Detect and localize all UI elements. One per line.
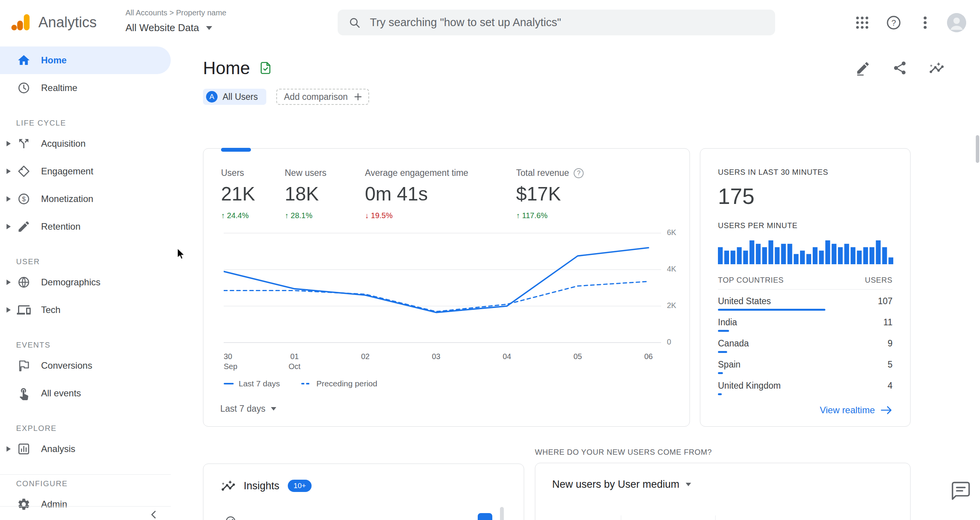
sidebar: Home Realtime LIFE CYCLE Acquisition Eng… — [0, 45, 171, 520]
analytics-logo-icon — [11, 12, 32, 33]
sidebar-footer — [0, 506, 171, 520]
sidebar-item-realtime[interactable]: Realtime — [0, 74, 171, 102]
page-scrollbar[interactable] — [976, 135, 979, 163]
more-options-button[interactable] — [916, 13, 935, 32]
country-name: United States — [718, 296, 771, 306]
sidebar-item-label: Realtime — [41, 83, 78, 93]
expand-arrow-icon[interactable] — [0, 307, 17, 313]
help-icon: ? — [886, 15, 902, 31]
card-tab-indicator[interactable] — [221, 148, 251, 152]
table-column-divider — [621, 515, 621, 520]
insights-button[interactable] — [927, 58, 946, 78]
chevron-down-icon — [206, 26, 212, 30]
expand-arrow-icon[interactable] — [0, 169, 17, 174]
insights-header: Insights 10+ — [203, 464, 524, 508]
sidebar-item-label: Analysis — [41, 444, 75, 454]
sidebar-item-retention[interactable]: Retention — [0, 213, 171, 240]
overview-card: Users 21K ↑ 24.4% New users 18K ↑ 28.1% … — [203, 148, 690, 427]
expand-arrow-icon[interactable] — [0, 196, 17, 202]
property-selector-label: All Website Data — [125, 22, 199, 34]
sidebar-item-analysis[interactable]: Analysis — [0, 435, 171, 463]
new-users-dimension-selector[interactable]: New users by User medium — [535, 463, 910, 506]
chat-icon — [951, 481, 971, 501]
add-comparison-button[interactable]: Add comparison — [276, 89, 369, 105]
metric-new-users: New users 18K ↑ 28.1% — [285, 168, 327, 220]
sidebar-item-label: Monetization — [41, 194, 93, 204]
table-column-divider — [715, 515, 716, 520]
sidebar-item-label: Engagement — [41, 166, 93, 177]
country-row: United Kingdom4 — [718, 381, 893, 395]
help-button[interactable]: ? — [884, 13, 903, 32]
apps-grid-button[interactable] — [853, 13, 872, 32]
x-axis-tick: 06 — [633, 351, 664, 361]
analytics-logo[interactable]: Analytics — [11, 12, 97, 33]
metric-label: Users — [221, 168, 255, 178]
sidebar-item-engagement[interactable]: Engagement — [0, 157, 171, 185]
search-icon — [348, 17, 361, 29]
help-circle-icon[interactable]: ? — [574, 168, 584, 178]
sidebar-section-user: USER — [0, 257, 171, 266]
customize-pencil-icon — [855, 60, 871, 76]
users-line-chart — [224, 222, 661, 348]
arrow-right-icon — [880, 405, 893, 415]
monetization-icon: $ — [17, 192, 31, 206]
search-bar[interactable] — [338, 10, 775, 35]
insights-scrollbar[interactable] — [500, 507, 504, 520]
country-row: India11 — [718, 317, 893, 332]
insights-partial-button[interactable] — [478, 513, 492, 520]
users-per-minute-chart — [718, 235, 893, 264]
sidebar-item-conversions[interactable]: Conversions — [0, 352, 171, 379]
sidebar-item-label: Conversions — [41, 360, 92, 371]
view-realtime-link[interactable]: View realtime — [820, 405, 893, 416]
expand-arrow-icon[interactable] — [0, 446, 17, 452]
collapse-sidebar-button[interactable] — [147, 508, 160, 520]
realtime-users-value: 175 — [718, 184, 893, 209]
share-button[interactable] — [890, 58, 909, 78]
customize-report-button[interactable] — [853, 58, 873, 78]
bottom-row: Insights 10+ WHERE DO YOUR NEW USERS COM… — [203, 427, 980, 520]
sidebar-item-tech[interactable]: Tech — [0, 296, 171, 324]
x-axis-tick: 05 — [563, 351, 593, 361]
x-axis-tick: 01Oct — [279, 351, 310, 371]
page-header-actions — [853, 58, 946, 78]
date-range-selector[interactable]: Last 7 days — [220, 404, 276, 414]
sidebar-section-explore: EXPLORE — [0, 424, 171, 433]
countries-list: United States107India11Canada9Spain5Unit… — [718, 296, 893, 395]
country-users-value: 9 — [888, 338, 893, 349]
sidebar-item-monetization[interactable]: $ Monetization — [0, 185, 171, 213]
new-users-card: New users by User medium — [535, 463, 911, 520]
country-users-value: 11 — [883, 317, 893, 328]
chevron-down-icon — [686, 483, 691, 486]
expand-arrow-icon[interactable] — [0, 224, 17, 229]
topbar-actions: ? — [853, 0, 966, 45]
legend-swatch-solid — [224, 383, 234, 384]
user-avatar[interactable] — [947, 13, 966, 32]
x-axis-tick: 04 — [492, 351, 522, 361]
country-users-value: 5 — [888, 359, 893, 370]
expand-arrow-icon[interactable] — [0, 280, 17, 285]
search-input[interactable] — [370, 16, 764, 29]
cards-row: Users 21K ↑ 24.4% New users 18K ↑ 28.1% … — [203, 148, 980, 427]
chevron-down-icon — [271, 407, 276, 411]
y-axis-tick: 2K — [667, 301, 676, 310]
sidebar-item-home[interactable]: Home — [0, 46, 171, 74]
insights-badge[interactable]: 10+ — [288, 480, 312, 492]
property-selector[interactable]: All Website Data — [125, 22, 226, 34]
expand-arrow-icon[interactable] — [0, 141, 17, 146]
country-name: India — [718, 317, 737, 328]
top-countries-users-col: USERS — [865, 276, 893, 285]
sidebar-item-all-events[interactable]: All events — [0, 379, 171, 407]
apps-grid-icon — [854, 15, 870, 31]
audience-chip[interactable]: A All Users — [203, 89, 266, 105]
sidebar-section-configure: CONFIGURE — [0, 479, 171, 488]
sidebar-item-demographics[interactable]: Demographics — [0, 268, 171, 296]
metric-value: 21K — [221, 183, 255, 205]
sidebar-item-label: Retention — [41, 221, 81, 232]
sidebar-item-acquisition[interactable]: Acquisition — [0, 130, 171, 157]
legend-item: Last 7 days — [224, 379, 280, 388]
comparison-row: A All Users Add comparison — [203, 89, 980, 105]
country-users-value: 107 — [878, 296, 893, 306]
country-users-value: 4 — [888, 381, 893, 391]
country-bar — [718, 372, 723, 374]
chat-button[interactable] — [951, 481, 971, 501]
